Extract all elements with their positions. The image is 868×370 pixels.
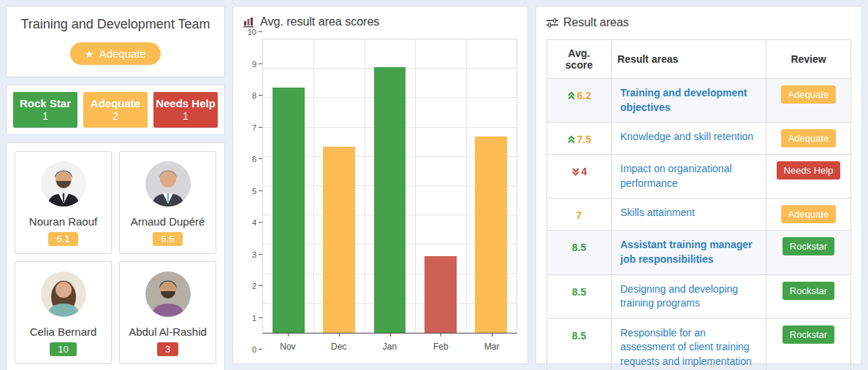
result-area-row: 7Skills attainmentAdequate	[547, 199, 851, 231]
chart-x-axis: NovDecJanFebMar	[262, 337, 517, 356]
x-tick	[288, 334, 289, 336]
y-tick-label: 5	[252, 187, 256, 196]
y-tick-label: 8	[252, 91, 256, 100]
result-areas-table: Avg. score Result areas Review 6.2Traini…	[547, 39, 851, 370]
gridline	[365, 39, 365, 333]
x-tick-label: Dec	[313, 342, 365, 352]
member-card-nouran-raouf[interactable]: Nouran Raouf6.1	[15, 151, 112, 254]
member-photo	[145, 271, 191, 317]
result-areas-title: Result areas	[563, 16, 629, 29]
review-cell: Adequate	[766, 199, 851, 231]
review-stats-panel: Rock Star1Adequate2Needs Help1	[6, 85, 225, 135]
stat-count: 2	[85, 110, 146, 122]
review-cell: Adequate	[766, 123, 851, 155]
member-score-badge: 10	[50, 342, 76, 356]
sliders-icon	[547, 18, 558, 28]
team-status-label: Adequate	[99, 47, 146, 60]
result-area-link[interactable]: Skills attainment	[620, 207, 695, 218]
member-card-celia-bernard[interactable]: Celia Bernard10	[15, 261, 112, 364]
result-area-row: 7.5Knowledge and skill retentionAdequate	[547, 123, 851, 155]
y-tick-label: 10	[248, 28, 256, 36]
chart-x-ticks	[262, 334, 517, 337]
bar-chart: 012345678910 NovDecJanFebMar	[243, 39, 517, 356]
x-tick	[441, 334, 441, 336]
result-area-link[interactable]: Impact on organizational performance	[620, 163, 732, 189]
member-photo	[40, 271, 87, 317]
y-tick	[259, 31, 262, 32]
chart-y-axis: 012345678910	[243, 39, 262, 356]
avatar	[40, 161, 87, 210]
stat-box-needs-help[interactable]: Needs Help1	[153, 92, 218, 128]
trend-down-icon	[571, 167, 580, 177]
x-tick	[339, 334, 340, 336]
result-area-link[interactable]: Responsible for an assessment of client …	[620, 327, 752, 367]
review-badge: Rockstar	[783, 282, 834, 300]
avg-score-value: 8.5	[572, 242, 586, 253]
result-areas-panel: Result areas Avg. score Result areas Rev…	[536, 6, 862, 364]
review-badge: Adequate	[781, 85, 837, 104]
avg-score-cell: 6.2	[547, 79, 612, 123]
result-area-link[interactable]: Knowledge and skill retention	[620, 131, 753, 142]
x-tick	[390, 334, 391, 336]
result-areas-column: Result areas Avg. score Result areas Rev…	[536, 6, 862, 364]
bar-chart-icon	[243, 17, 255, 28]
result-area-link[interactable]: Designing and developing training progra…	[620, 283, 738, 309]
result-areas-header: Result areas	[547, 16, 851, 29]
avg-score-cell: 8.5	[547, 274, 612, 318]
review-cell: Needs Help	[766, 155, 851, 199]
stat-box-rock-star[interactable]: Rock Star1	[13, 92, 77, 128]
chart-plot	[262, 39, 517, 334]
x-tick-label: Jan	[365, 342, 416, 352]
member-name: Nouran Raouf	[29, 215, 97, 228]
result-area-row: 8.5Assistant training manager job respon…	[547, 231, 851, 274]
avg-score-cell: 7.5	[547, 123, 612, 155]
trend-up-icon	[567, 91, 576, 101]
x-tick-label: Nov	[262, 342, 313, 352]
y-tick-label: 4	[252, 218, 256, 227]
avg-score-cell: 8.5	[547, 318, 612, 370]
member-card-arnaud-dup-r-[interactable]: Arnaud Dupéré6.6	[119, 151, 216, 254]
avg-score-cell: 4	[547, 155, 612, 199]
y-tick-label: 1	[252, 314, 256, 323]
column-header-avg-score: Avg. score	[547, 40, 612, 79]
result-area-row: 8.5Responsible for an assessment of clie…	[547, 318, 851, 370]
review-badge: Adequate	[781, 129, 837, 147]
avg-score-cell: 8.5	[547, 231, 612, 274]
stat-box-adequate[interactable]: Adequate2	[83, 92, 148, 128]
member-name: Celia Bernard	[30, 325, 97, 338]
result-area-link[interactable]: Training and development objectives	[620, 87, 747, 113]
avg-score-value: 8.5	[572, 330, 586, 342]
members-panel: Nouran Raouf6.1 Arnaud Dupéré6.6 Celia B…	[6, 142, 225, 370]
y-tick-label: 2	[252, 282, 256, 290]
result-area-link[interactable]: Assistant training manager job responsib…	[620, 239, 753, 265]
gridline	[415, 39, 416, 333]
result-area-row: 8.5Designing and developing training pro…	[547, 274, 851, 318]
result-area-row: 6.2Training and development objectivesAd…	[547, 79, 851, 123]
avg-score-value: 7.5	[577, 134, 591, 145]
member-score-badge: 3	[157, 342, 178, 356]
review-cell: Adequate	[766, 79, 851, 123]
stat-count: 1	[15, 110, 76, 122]
bar-nov	[273, 88, 305, 333]
result-area-cell: Knowledge and skill retention	[612, 123, 766, 155]
bar-mar	[475, 136, 507, 333]
chart-panel-header: Avg. result area scores	[243, 15, 517, 28]
trend-up-icon	[567, 135, 576, 144]
column-header-result-areas: Result areas	[612, 40, 766, 79]
y-tick	[259, 349, 262, 350]
review-cell: Rockstar	[766, 274, 851, 318]
table-header-row: Avg. score Result areas Review	[547, 40, 851, 79]
member-score-badge: 6.1	[48, 232, 77, 246]
member-name: Abdul Al-Rashid	[129, 325, 207, 338]
column-header-review: Review	[766, 40, 851, 79]
member-card-abdul-al-rashid[interactable]: Abdul Al-Rashid3	[119, 261, 216, 364]
avg-score-value: 7	[576, 209, 582, 221]
result-area-cell: Training and development objectives	[612, 79, 766, 123]
member-photo	[40, 161, 87, 207]
avg-score-cell: 7	[547, 199, 612, 231]
review-badge: Adequate	[781, 205, 837, 223]
team-title: Training and Development Team	[15, 17, 216, 32]
result-area-cell: Responsible for an assessment of client …	[612, 318, 766, 370]
team-status-badge: ★ Adequate	[70, 42, 161, 65]
y-tick-label: 9	[252, 60, 256, 69]
